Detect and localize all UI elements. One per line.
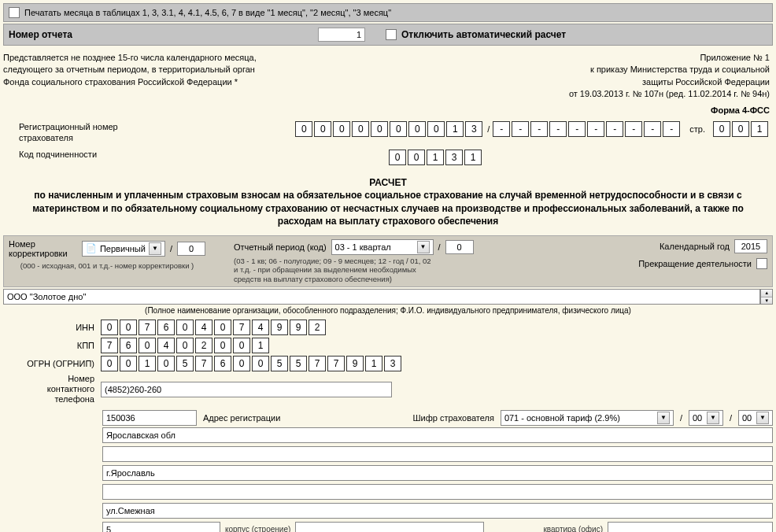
digit-cell[interactable]: 3 — [384, 356, 401, 371]
digit-cell[interactable]: 0 — [214, 320, 231, 335]
digit-cell[interactable]: 0 — [176, 320, 194, 335]
org-name-input[interactable] — [3, 289, 760, 305]
digit-cell[interactable]: - — [644, 121, 661, 137]
digit-cell[interactable]: 0 — [176, 338, 194, 353]
disable-autocalc-checkbox[interactable] — [386, 29, 397, 40]
digit-cell[interactable]: 0 — [427, 121, 445, 137]
digit-cell[interactable]: 1 — [252, 338, 269, 353]
district-input[interactable] — [102, 446, 773, 462]
digit-cell[interactable]: 6 — [120, 338, 137, 353]
digit-cell[interactable]: 4 — [157, 338, 175, 353]
digit-cell[interactable]: 0 — [214, 338, 231, 353]
digit-cell[interactable]: - — [493, 121, 510, 137]
print-months-row: Печатать месяца в таблицах 1, 3, 3.1, 4,… — [3, 3, 773, 22]
digit-cell[interactable]: 5 — [271, 356, 288, 371]
digit-cell[interactable]: 0 — [252, 356, 269, 371]
house-input[interactable] — [102, 522, 220, 532]
digit-cell[interactable]: 0 — [333, 121, 350, 137]
digit-cell[interactable]: 0 — [713, 121, 730, 137]
digit-cell[interactable]: 9 — [290, 320, 307, 335]
digit-cell[interactable]: 1 — [139, 356, 156, 371]
digit-cell[interactable]: 7 — [139, 320, 156, 335]
kpp-cells[interactable]: 760402001 — [101, 338, 271, 353]
digit-cell[interactable]: 0 — [295, 121, 312, 137]
digit-cell[interactable]: 0 — [139, 338, 156, 353]
digit-cell[interactable]: 1 — [751, 121, 768, 137]
digit-cell[interactable]: 7 — [309, 356, 326, 371]
reg-number-cells[interactable]: 0000000013 — [295, 121, 484, 137]
print-months-checkbox[interactable] — [9, 7, 20, 18]
digit-cell[interactable]: 5 — [176, 356, 194, 371]
digit-cell[interactable]: 6 — [214, 356, 231, 371]
digit-cell[interactable]: 0 — [157, 356, 175, 371]
correction-dropdown[interactable]: 📄 Первичный ▼ — [82, 241, 165, 257]
digit-cell[interactable]: 0 — [390, 121, 407, 137]
digit-cell[interactable]: 0 — [371, 121, 388, 137]
tariff2-dropdown[interactable]: 00 ▼ — [689, 410, 723, 426]
digit-cell[interactable]: - — [606, 121, 623, 137]
region-input[interactable] — [102, 427, 773, 443]
digit-cell[interactable]: 4 — [252, 320, 269, 335]
period-panel: Номер корректировки 📄 Первичный ▼ / (000… — [3, 235, 773, 287]
period-dropdown[interactable]: 03 - 1 квартал ▼ — [331, 239, 434, 255]
digit-cell[interactable]: - — [512, 121, 529, 137]
digit-cell[interactable]: 2 — [309, 320, 326, 335]
org-name-spinner[interactable]: ▲▼ — [760, 289, 773, 305]
period-number[interactable] — [445, 240, 474, 254]
digit-cell[interactable]: 1 — [365, 356, 382, 371]
digit-cell[interactable]: 6 — [157, 320, 175, 335]
digit-cell[interactable]: 0 — [101, 356, 118, 371]
year-input[interactable] — [734, 239, 767, 253]
digit-cell[interactable]: 0 — [101, 320, 118, 335]
digit-cell[interactable]: 7 — [195, 356, 212, 371]
digit-cell[interactable]: 0 — [732, 121, 749, 137]
reg-ext-cells[interactable]: ---------- — [493, 121, 682, 137]
digit-cell[interactable]: 7 — [101, 338, 118, 353]
digit-cell[interactable]: 0 — [389, 150, 406, 165]
korpus-input[interactable] — [295, 522, 484, 532]
digit-cell[interactable]: 7 — [233, 320, 250, 335]
ogrn-cells[interactable]: 0010576005577913 — [101, 356, 403, 371]
sub-code-cells[interactable]: 00131 — [389, 150, 483, 165]
digit-cell[interactable]: 1 — [464, 150, 482, 165]
digit-cell[interactable]: - — [549, 121, 567, 137]
digit-cell[interactable]: 9 — [346, 356, 364, 371]
digit-cell[interactable]: 5 — [290, 356, 307, 371]
digit-cell[interactable]: 4 — [195, 320, 212, 335]
digit-cell[interactable]: 1 — [446, 121, 464, 137]
digit-cell[interactable]: 0 — [120, 356, 137, 371]
chevron-down-icon: ▼ — [756, 412, 769, 424]
postcode-input[interactable] — [102, 410, 197, 426]
digit-cell[interactable]: 0 — [120, 320, 137, 335]
digit-cell[interactable]: 2 — [195, 338, 212, 353]
cease-checkbox[interactable] — [756, 258, 767, 269]
digit-cell[interactable]: 0 — [408, 121, 426, 137]
street-input[interactable] — [102, 503, 773, 519]
digit-cell[interactable]: - — [568, 121, 586, 137]
digit-cell[interactable]: 3 — [445, 150, 463, 165]
digit-cell[interactable]: 7 — [327, 356, 345, 371]
report-number-input[interactable] — [318, 28, 365, 42]
digit-cell[interactable]: 0 — [233, 356, 250, 371]
locality-input[interactable] — [102, 484, 773, 500]
digit-cell[interactable]: 0 — [314, 121, 331, 137]
inn-cells[interactable]: 007604074992 — [101, 320, 327, 335]
report-number-row: Номер отчета Отключить автоматический ра… — [3, 24, 773, 46]
digit-cell[interactable]: - — [663, 121, 680, 137]
tariff3-dropdown[interactable]: 00 ▼ — [738, 410, 773, 426]
digit-cell[interactable]: 1 — [427, 150, 444, 165]
digit-cell[interactable]: 0 — [352, 121, 369, 137]
digit-cell[interactable]: 3 — [465, 121, 482, 137]
phone-input[interactable] — [101, 382, 392, 397]
flat-input[interactable] — [608, 522, 773, 532]
digit-cell[interactable]: 0 — [233, 338, 250, 353]
correction-number[interactable] — [177, 242, 205, 256]
digit-cell[interactable]: 9 — [271, 320, 288, 335]
form-label: Форма 4-ФСС — [3, 105, 770, 115]
digit-cell[interactable]: - — [587, 121, 604, 137]
digit-cell[interactable]: 0 — [408, 150, 425, 165]
digit-cell[interactable]: - — [530, 121, 548, 137]
city-input[interactable] — [102, 465, 773, 481]
digit-cell[interactable]: - — [625, 121, 642, 137]
tariff-dropdown[interactable]: 071 - основной тариф (2.9%) ▼ — [501, 410, 674, 426]
